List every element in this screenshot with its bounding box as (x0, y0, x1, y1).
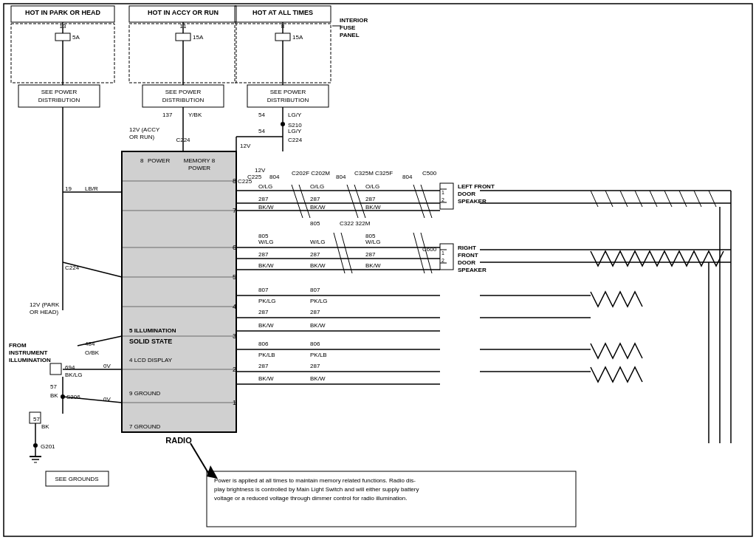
svg-text:8: 8 (233, 177, 236, 185)
svg-text:DOOR: DOOR (458, 259, 475, 266)
svg-text:C325M C325F: C325M C325F (354, 170, 393, 177)
svg-text:4: 4 (233, 303, 236, 310)
svg-text:HOT AT ALL TIMES: HOT AT ALL TIMES (252, 9, 313, 16)
svg-text:287: 287 (365, 251, 376, 258)
svg-text:FROM: FROM (9, 342, 27, 349)
svg-text:12V (ACCY: 12V (ACCY (129, 126, 160, 133)
svg-text:SEE POWER: SEE POWER (270, 89, 306, 95)
svg-text:7: 7 (233, 207, 236, 214)
svg-text:O/LG: O/LG (258, 183, 272, 190)
svg-text:BK/W: BK/W (365, 204, 381, 211)
svg-text:RIGHT: RIGHT (458, 245, 476, 251)
svg-text:RADIO: RADIO (165, 436, 192, 445)
svg-text:BK/LG: BK/LG (65, 372, 83, 378)
svg-text:54: 54 (258, 112, 265, 118)
svg-text:voltage or a reduced voltage t: voltage or a reduced voltage through dim… (214, 495, 407, 502)
svg-text:807: 807 (258, 287, 269, 293)
svg-text:287: 287 (258, 251, 269, 258)
svg-text:W/LG: W/LG (258, 239, 273, 245)
svg-text:DISTRIBUTION: DISTRIBUTION (267, 97, 309, 103)
svg-text:Y/BK: Y/BK (188, 112, 202, 118)
svg-text:15A: 15A (292, 34, 303, 41)
svg-text:play brightness is controlled : play brightness is controlled by Main Li… (214, 486, 419, 493)
svg-text:SEE POWER: SEE POWER (165, 89, 202, 95)
svg-text:0V: 0V (103, 363, 111, 369)
svg-text:BK/W: BK/W (310, 375, 326, 382)
svg-text:287: 287 (258, 309, 269, 315)
svg-text:BK: BK (41, 423, 49, 430)
svg-text:O/LG: O/LG (365, 183, 379, 190)
svg-text:LB/R: LB/R (85, 185, 98, 192)
svg-text:9 GROUND: 9 GROUND (129, 390, 160, 397)
svg-text:DISTRIBUTION: DISTRIBUTION (38, 97, 80, 103)
svg-text:804: 804 (269, 174, 280, 180)
svg-text:2: 2 (233, 366, 236, 373)
svg-text:5 ILLUMINATION: 5 ILLUMINATION (129, 327, 176, 334)
svg-text:HOT IN ACCY OR RUN: HOT IN ACCY OR RUN (148, 9, 219, 16)
svg-text:C500: C500 (422, 170, 437, 177)
svg-text:PK/LB: PK/LB (258, 352, 275, 358)
svg-text:INTERIOR: INTERIOR (340, 17, 368, 24)
svg-text:804: 804 (402, 174, 413, 180)
svg-text:287: 287 (310, 363, 320, 369)
svg-text:7 GROUND: 7 GROUND (129, 423, 160, 430)
svg-text:INSTRUMENT: INSTRUMENT (9, 349, 48, 356)
svg-text:287: 287 (310, 309, 320, 315)
svg-text:1: 1 (233, 399, 236, 406)
svg-text:287: 287 (365, 196, 376, 202)
svg-text:BK: BK (50, 392, 58, 399)
svg-text:BK/W: BK/W (310, 204, 326, 211)
svg-text:807: 807 (310, 287, 320, 293)
svg-text:BK/W: BK/W (258, 322, 274, 329)
svg-text:12V (PARK: 12V (PARK (30, 301, 60, 308)
svg-text:LG/Y: LG/Y (288, 128, 302, 134)
svg-text:PK/LB: PK/LB (310, 352, 327, 358)
svg-text:C225: C225 (238, 178, 252, 185)
svg-text:SPEAKER: SPEAKER (458, 267, 487, 273)
svg-point-117 (33, 443, 38, 448)
svg-text:C322 322M: C322 322M (340, 220, 371, 227)
svg-text:BK/W: BK/W (365, 262, 381, 269)
svg-text:287: 287 (258, 363, 269, 369)
svg-text:PANEL: PANEL (340, 32, 360, 38)
svg-text:LEFT FRONT: LEFT FRONT (458, 183, 495, 190)
svg-text:BK/W: BK/W (310, 322, 326, 329)
svg-text:806: 806 (258, 341, 269, 347)
svg-text:BK/W: BK/W (258, 262, 274, 269)
svg-text:SEE GROUNDS: SEE GROUNDS (55, 476, 98, 482)
svg-text:G201: G201 (41, 443, 55, 450)
svg-text:POWER: POWER (148, 157, 170, 164)
svg-text:OR HEAD): OR HEAD) (30, 309, 58, 315)
svg-text:19: 19 (65, 185, 72, 192)
svg-text:805: 805 (310, 220, 320, 227)
svg-text:BK/W: BK/W (258, 204, 274, 211)
svg-text:W/LG: W/LG (365, 239, 380, 245)
svg-text:57: 57 (33, 416, 40, 423)
svg-text:5: 5 (233, 273, 236, 281)
svg-text:5A: 5A (72, 34, 80, 41)
svg-text:DOOR: DOOR (458, 191, 475, 197)
svg-text:O/LG: O/LG (310, 183, 324, 190)
svg-text:BK/W: BK/W (258, 375, 274, 382)
svg-text:1: 1 (441, 250, 444, 256)
svg-text:ILLUMINATION: ILLUMINATION (9, 357, 51, 363)
svg-text:12V: 12V (240, 143, 251, 149)
wiring-diagram: HOT IN PARK OR HEAD 13 5A HOT IN ACCY OR… (0, 0, 756, 540)
svg-text:Power is applied at all times : Power is applied at all times to maintai… (214, 477, 416, 484)
svg-text:2: 2 (441, 197, 444, 202)
svg-text:HOT IN PARK OR HEAD: HOT IN PARK OR HEAD (25, 9, 100, 16)
svg-text:806: 806 (310, 341, 320, 347)
svg-text:MEMORY 8: MEMORY 8 (184, 157, 216, 164)
svg-text:C202F C202M: C202F C202M (292, 170, 330, 177)
svg-text:804: 804 (336, 174, 346, 180)
svg-text:SOLID STATE: SOLID STATE (129, 338, 172, 345)
svg-text:287: 287 (310, 251, 320, 258)
svg-text:287: 287 (310, 196, 320, 202)
svg-text:6: 6 (233, 244, 236, 251)
svg-text:DISTRIBUTION: DISTRIBUTION (162, 97, 205, 103)
svg-text:137: 137 (162, 112, 173, 118)
svg-text:LG/Y: LG/Y (288, 112, 302, 118)
svg-text:OR RUN): OR RUN) (129, 134, 155, 140)
svg-text:C224: C224 (65, 264, 80, 271)
svg-text:54: 54 (258, 128, 265, 134)
